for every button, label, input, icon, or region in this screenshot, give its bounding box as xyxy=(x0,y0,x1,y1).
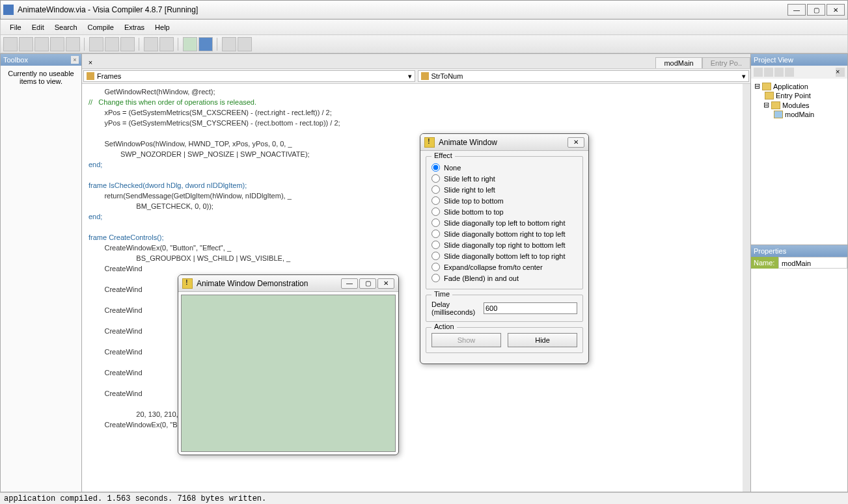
tb-new-icon[interactable] xyxy=(3,37,18,51)
scrollbar-vertical[interactable] xyxy=(743,84,750,492)
delay-input[interactable] xyxy=(484,302,577,314)
separator xyxy=(178,38,179,51)
demo-close-button[interactable]: ✕ xyxy=(377,278,394,289)
minimize-button[interactable]: — xyxy=(787,4,806,16)
show-button[interactable]: Show xyxy=(431,333,501,347)
effect-radio[interactable] xyxy=(431,219,440,227)
project-view-titlebar: Project View xyxy=(751,54,847,66)
menu-help[interactable]: Help xyxy=(150,21,175,34)
action-legend: Action xyxy=(431,323,457,330)
effect-radio-row: Slide top to bottom xyxy=(431,195,577,206)
module-icon xyxy=(774,111,783,118)
chevron-down-icon: ▾ xyxy=(742,72,746,81)
hide-button[interactable]: Hide xyxy=(508,333,577,347)
tb-options-icon[interactable] xyxy=(222,37,236,51)
dialog-titlebar[interactable]: Animate Window ✕ xyxy=(420,134,588,151)
tab-entrypoint[interactable]: Entry Po.. xyxy=(702,57,750,68)
close-button[interactable]: ✕ xyxy=(827,4,845,16)
demo-minimize-button[interactable]: — xyxy=(341,278,358,289)
menu-extras[interactable]: Extras xyxy=(119,21,150,34)
toolbox-panel: Toolbox × Currently no useable items to … xyxy=(0,53,82,492)
folder-icon xyxy=(765,92,774,99)
tree-node-modules[interactable]: ⊟ Modules xyxy=(754,100,845,110)
menu-search[interactable]: Search xyxy=(49,21,83,34)
dialog-title: Animate Window xyxy=(439,138,568,147)
tb-undo-icon[interactable] xyxy=(144,37,158,51)
pv-tool-icon[interactable] xyxy=(754,68,763,77)
project-view-toolbar: × xyxy=(751,66,847,79)
separator xyxy=(84,38,85,51)
effect-radio-row: Fade (Blend) in and out xyxy=(431,272,577,284)
pv-tool-icon[interactable] xyxy=(774,68,784,77)
expand-icon[interactable]: ⊟ xyxy=(763,101,769,109)
status-bar: application compiled. 1.563 seconds. 716… xyxy=(0,492,848,504)
project-tree: ⊟ Application Entry Point ⊟ Modules modM… xyxy=(751,79,847,245)
tb-open-icon[interactable] xyxy=(19,37,33,51)
separator xyxy=(139,38,140,51)
effect-radio[interactable] xyxy=(431,263,440,271)
demo-client-area xyxy=(181,295,396,452)
tb-saveall-icon[interactable] xyxy=(50,37,64,51)
effect-radio[interactable] xyxy=(431,274,440,282)
properties-panel: Properties Name: modMain xyxy=(750,245,848,492)
maximize-button[interactable]: ▢ xyxy=(807,4,825,16)
close-tab-button[interactable]: × xyxy=(85,57,96,68)
action-groupbox: Action Show Hide xyxy=(426,327,583,353)
effect-radio-row: Slide diagonally bottom left to top righ… xyxy=(431,250,577,261)
effect-radio[interactable] xyxy=(431,185,440,194)
tab-modmain[interactable]: modMain xyxy=(655,57,702,68)
effect-radio[interactable] xyxy=(431,174,440,183)
menu-compile[interactable]: Compile xyxy=(83,21,119,34)
tb-run-icon[interactable] xyxy=(183,37,197,51)
members-dropdown[interactable]: StrToNum ▾ xyxy=(418,70,750,82)
tb-grid-icon[interactable] xyxy=(238,37,252,51)
properties-grid: Name: modMain xyxy=(751,257,847,492)
menu-file[interactable]: File xyxy=(5,21,27,34)
tb-copy-icon[interactable] xyxy=(105,37,119,51)
demo-title: Animate Window Demonstration xyxy=(197,279,341,288)
tb-save-icon[interactable] xyxy=(34,37,49,51)
toolbox-message: Currently no useable items to view. xyxy=(1,66,81,492)
demo-maximize-button[interactable]: ▢ xyxy=(359,278,376,289)
separator xyxy=(217,38,218,51)
warning-icon xyxy=(424,137,435,148)
expand-icon[interactable]: ⊟ xyxy=(754,82,760,90)
tb-redo-icon[interactable] xyxy=(159,37,174,51)
property-name-value[interactable]: modMain xyxy=(778,257,847,269)
effect-label: None xyxy=(444,164,461,172)
tb-paste-icon[interactable] xyxy=(120,37,135,51)
tb-stop-icon[interactable] xyxy=(198,37,213,51)
frames-dropdown[interactable]: Frames ▾ xyxy=(83,70,415,82)
node-label: Modules xyxy=(782,101,810,109)
tb-print-icon[interactable] xyxy=(66,37,80,51)
effect-legend: Effect xyxy=(431,152,455,159)
chevron-down-icon: ▾ xyxy=(408,72,412,81)
effect-radio[interactable] xyxy=(431,230,440,238)
dialog-close-button[interactable]: ✕ xyxy=(568,137,584,148)
effect-radio[interactable] xyxy=(431,252,440,260)
property-row-name: Name: modMain xyxy=(751,257,847,269)
menu-edit[interactable]: Edit xyxy=(27,21,49,34)
effect-radio[interactable] xyxy=(431,207,440,216)
demo-titlebar[interactable]: Animate Window Demonstration — ▢ ✕ xyxy=(178,275,398,292)
tb-cut-icon[interactable] xyxy=(89,37,103,51)
effect-radio[interactable] xyxy=(431,163,440,172)
effect-label: Slide diagonally bottom left to top righ… xyxy=(444,252,566,260)
effect-radio-row: Expand/collapse from/to center xyxy=(431,261,577,272)
effect-groupbox: Effect NoneSlide left to rightSlide righ… xyxy=(426,156,583,289)
tabbar: × modMain Entry Po.. xyxy=(82,54,750,68)
pv-tool-icon[interactable] xyxy=(785,68,794,77)
effect-radio-row: Slide diagonally top right to bottom lef… xyxy=(431,239,577,250)
pv-close-icon[interactable]: × xyxy=(836,68,845,77)
tree-node-application[interactable]: ⊟ Application xyxy=(754,81,845,91)
toolbar xyxy=(0,35,848,53)
toolbox-close-icon[interactable]: × xyxy=(71,56,79,64)
menubar: File Edit Search Compile Extras Help xyxy=(0,20,848,35)
project-view-panel: Project View × ⊟ Application Entry Point xyxy=(750,53,848,245)
tree-node-modmain[interactable]: modMain xyxy=(754,110,845,119)
tree-node-entrypoint[interactable]: Entry Point xyxy=(754,91,845,100)
effect-radio[interactable] xyxy=(431,241,440,249)
effect-radio-row: Slide bottom to top xyxy=(431,206,577,217)
pv-tool-icon[interactable] xyxy=(764,68,773,77)
effect-radio[interactable] xyxy=(431,196,440,205)
